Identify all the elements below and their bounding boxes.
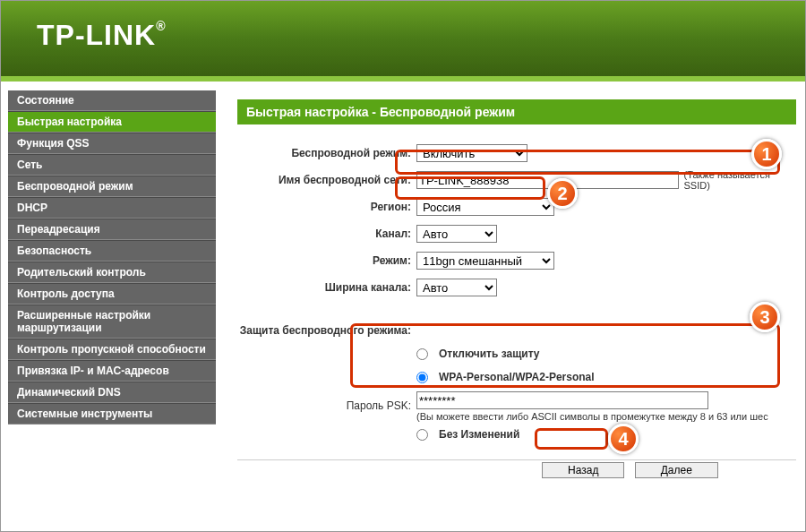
brand-logo: TP-LINK® [37, 19, 769, 52]
label-psk-password: Пароль PSK: [237, 399, 416, 412]
sidebar-item-routing[interactable]: Расширенные настройки маршрутизации [8, 305, 216, 339]
label-wireless-mode: Беспроводной режим: [237, 147, 416, 159]
sidebar-item-parental[interactable]: Родительский контроль [8, 262, 216, 283]
input-ssid[interactable] [416, 171, 679, 189]
next-button[interactable]: Далее [635, 462, 718, 478]
brand-text: TP-LINK [37, 19, 156, 51]
label-mode: Режим: [237, 254, 416, 267]
label-channel: Канал: [237, 227, 416, 240]
sidebar-item-system-tools[interactable]: Системные инструменты [8, 403, 216, 425]
sidebar-item-dhcp[interactable]: DHCP [8, 197, 216, 219]
label-ssid: Имя беспроводной сети: [237, 174, 416, 186]
label-wpa-personal: WPA-Personal/WPA2-Personal [439, 371, 595, 383]
sidebar-item-bandwidth[interactable]: Контроль пропускной способности [8, 339, 216, 360]
label-region: Регион: [237, 201, 416, 213]
sidebar-item-ddns[interactable]: Динамический DNS [8, 382, 216, 403]
radio-wpa-personal[interactable] [416, 372, 428, 383]
sidebar-item-security[interactable]: Безопасность [8, 240, 216, 262]
marker-badge-2: 2 [547, 178, 578, 209]
select-channel[interactable]: Авто [416, 225, 497, 243]
marker-badge-4: 4 [608, 424, 639, 454]
select-mode[interactable]: 11bgn смешанный [416, 252, 554, 270]
sidebar-item-access-control[interactable]: Контроль доступа [8, 283, 216, 305]
radio-no-change[interactable] [416, 429, 428, 441]
label-no-change: Без Изменений [439, 428, 519, 441]
label-disable-security: Отключить защиту [439, 348, 540, 360]
sidebar-item-status[interactable]: Состояние [8, 90, 216, 111]
marker-badge-1: 1 [751, 139, 782, 169]
select-wireless-mode[interactable]: Включить [416, 144, 527, 162]
back-button[interactable]: Назад [542, 462, 624, 478]
label-channel-width: Ширина канала: [237, 281, 416, 294]
page-title: Быстрая настройка - Беспроводной режим [237, 99, 796, 124]
radio-disable-security[interactable] [416, 348, 428, 360]
select-region[interactable]: Россия [416, 198, 554, 216]
sidebar-item-forwarding[interactable]: Переадресация [8, 219, 216, 240]
sidebar-item-ip-mac-binding[interactable]: Привязка IP- и MAC-адресов [8, 360, 216, 382]
sidebar-item-quick-setup[interactable]: Быстрая настройка [8, 111, 216, 133]
label-security: Защита беспроводного режима: [237, 324, 416, 337]
select-channel-width[interactable]: Авто [416, 279, 497, 296]
hint-ssid: (Также называется SSID) [684, 169, 796, 191]
input-psk-password[interactable] [416, 391, 708, 409]
sidebar-item-wireless[interactable]: Беспроводной режим [8, 176, 216, 197]
sidebar-item-network[interactable]: Сеть [8, 154, 216, 176]
sidebar: Состояние Быстрая настройка Функция QSS … [8, 90, 216, 478]
content: Быстрая настройка - Беспроводной режим Б… [216, 90, 798, 478]
marker-badge-3: 3 [750, 302, 780, 332]
sidebar-item-qss[interactable]: Функция QSS [8, 133, 216, 154]
hint-psk: (Вы можете ввести либо ASCII символы в п… [416, 411, 796, 422]
